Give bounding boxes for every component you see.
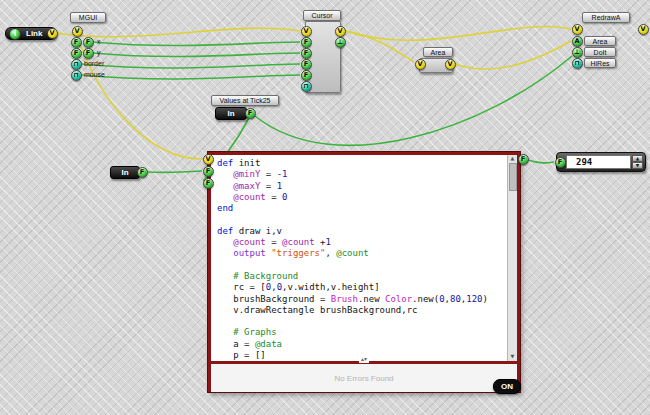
- wire-link-to-cursor: [57, 28, 300, 37]
- ruby-view-in-port[interactable]: V: [203, 154, 214, 165]
- redraw-view-in-port[interactable]: V: [572, 24, 583, 35]
- code-line: @maxY = 1: [217, 181, 517, 192]
- code-line: v.drawRectangle brushBackground,rc: [217, 305, 517, 316]
- cursor-float-in-1-port[interactable]: F: [301, 37, 312, 48]
- link-view-out-port[interactable]: V: [47, 28, 58, 39]
- cursor-float-in-2-port[interactable]: F: [301, 48, 312, 59]
- wire-mgui-y-to-cursor: [93, 53, 300, 57]
- on-toggle[interactable]: ON: [493, 379, 521, 394]
- redraw-doit-in-port[interactable]: ⊥: [572, 47, 583, 58]
- cursor-trigger-out-port[interactable]: ⊥: [335, 37, 346, 48]
- cursor-bool-in-port[interactable]: ⊓: [301, 81, 312, 92]
- schematic-canvas[interactable]: ( Link MGUI x y border mouse Cursor Area…: [0, 0, 650, 415]
- code-line: [217, 316, 517, 327]
- wire-ruby-to-value: [528, 160, 554, 163]
- ruby-float-in-2-port[interactable]: F: [203, 178, 214, 189]
- scroll-up-icon[interactable]: ▲: [508, 155, 517, 162]
- area-module-title[interactable]: Area: [423, 47, 453, 57]
- cursor-view-in-port[interactable]: V: [301, 26, 312, 37]
- redraw-hires-in-port[interactable]: ⊓: [572, 58, 583, 69]
- tick-module-title[interactable]: Values at Tick25: [211, 95, 279, 106]
- wire-mgui-x-to-cursor: [93, 42, 300, 46]
- mgui-x-in-port[interactable]: F: [71, 37, 82, 48]
- code-line: rc = [0,0,v.width,v.height]: [217, 282, 517, 293]
- code-line: @count = 0: [217, 192, 517, 203]
- code-line: # Background: [217, 271, 517, 282]
- redraw-module-title[interactable]: RedrawA: [582, 12, 630, 23]
- wire-cursor-to-redraw-view: [345, 26, 571, 40]
- spin-down-icon[interactable]: ▼: [632, 162, 643, 169]
- wire-tick-to-redraw-doit: [255, 56, 572, 145]
- value-float-in-port[interactable]: F: [555, 157, 566, 168]
- code-scrollbar[interactable]: ▲ ▼: [507, 155, 517, 361]
- mgui-border-port[interactable]: ⊓: [71, 59, 82, 70]
- tick-float-out-port[interactable]: F: [245, 108, 256, 119]
- mgui-module-title[interactable]: MGUI: [70, 12, 106, 23]
- code-line: def draw i,v: [217, 226, 517, 237]
- code-line: [217, 214, 517, 225]
- code-line: @minY = -1: [217, 169, 517, 180]
- code-lines: def init @minY = -1 @maxY = 1 @count = 0…: [211, 155, 517, 361]
- mgui-y-out-port[interactable]: F: [83, 48, 94, 59]
- code-line: [217, 260, 517, 271]
- code-line: brushBackground = Brush.new Color.new(0,…: [217, 294, 517, 305]
- ruby-float-in-1-port[interactable]: F: [203, 166, 214, 177]
- mgui-mouse-port[interactable]: ⊓: [71, 70, 82, 81]
- mgui-view-out-port[interactable]: V: [72, 26, 83, 37]
- wire-mgui-border-to-cursor: [81, 64, 300, 68]
- code-line: end: [217, 203, 517, 214]
- scroll-thumb[interactable]: [509, 163, 517, 191]
- error-text: No Errors Found: [334, 374, 393, 383]
- value-field[interactable]: 294: [566, 155, 631, 169]
- ruby-float-out-port[interactable]: F: [518, 154, 529, 165]
- area-view-in-port[interactable]: V: [415, 59, 426, 70]
- ruby-code-node[interactable]: def init @minY = -1 @maxY = 1 @count = 0…: [208, 152, 520, 392]
- code-line: output "triggers", @count: [217, 248, 517, 259]
- wire-mgui-mouse-to-cursor: [81, 75, 300, 79]
- value-display: 294 ▲ ▼: [556, 152, 646, 172]
- code-editor[interactable]: def init @minY = -1 @maxY = 1 @count = 0…: [211, 155, 517, 361]
- tick-in-box[interactable]: In: [215, 107, 247, 120]
- cursor-float-in-4-port[interactable]: F: [301, 70, 312, 81]
- input-module-box[interactable]: In: [110, 166, 140, 179]
- redraw-area-in-port[interactable]: A: [572, 36, 583, 47]
- code-line: @count = @count +1: [217, 237, 517, 248]
- input-float-out-port[interactable]: F: [137, 167, 148, 178]
- mgui-y-label: y: [97, 49, 101, 57]
- spin-up-icon[interactable]: ▲: [632, 155, 643, 162]
- code-line: a = @data: [217, 339, 517, 350]
- mgui-x-out-port[interactable]: F: [83, 37, 94, 48]
- value-spinner: ▲ ▼: [632, 155, 643, 169]
- wire-area-to-redraw: [455, 41, 571, 69]
- link-paren-icon: (: [9, 28, 21, 40]
- redraw-area-label: Area: [584, 36, 616, 46]
- cursor-module-title[interactable]: Cursor: [303, 10, 341, 21]
- wire-in-to-ruby: [147, 171, 202, 172]
- scroll-down-icon[interactable]: ▼: [508, 353, 517, 360]
- redraw-view-out-port[interactable]: V: [638, 24, 649, 35]
- cursor-float-in-3-port[interactable]: F: [301, 59, 312, 70]
- redraw-hires-label: HiRes: [584, 58, 616, 68]
- redraw-doit-label: DoIt: [584, 47, 616, 57]
- mgui-mouse-label: mouse: [84, 71, 105, 79]
- area-view-out-port[interactable]: V: [445, 59, 456, 70]
- cursor-view-out-port[interactable]: V: [335, 26, 346, 37]
- splitter-grip-icon[interactable]: ▴▾: [359, 355, 369, 363]
- code-line: def init: [217, 158, 517, 169]
- mgui-y-in-port[interactable]: F: [71, 48, 82, 59]
- mgui-x-label: x: [97, 38, 101, 46]
- link-label: Link: [26, 28, 42, 40]
- wire-cursor-to-area: [345, 31, 414, 62]
- code-line: # Graphs: [217, 327, 517, 338]
- mgui-border-label: border: [84, 60, 104, 68]
- error-bar: ▴▾ No Errors Found: [211, 361, 517, 392]
